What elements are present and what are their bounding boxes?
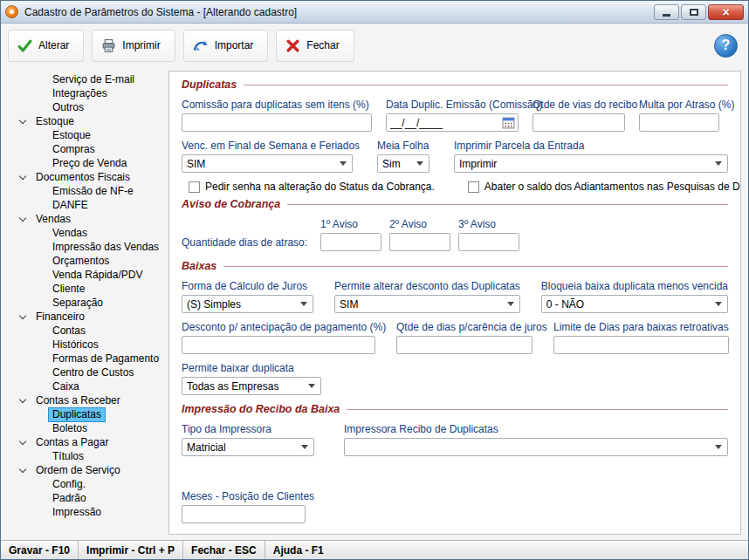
tree-item[interactable]: Emissão de NF-e [6,184,163,198]
chevron-down-icon[interactable] [19,465,26,472]
desconto-antecipacao-input[interactable] [182,336,375,354]
tree-item[interactable]: Contas [6,324,163,338]
forma-juros-dropdown[interactable]: (S) Simples [182,295,313,313]
status-bar: Gravar - F10 Imprimir - Ctrl + P Fechar … [1,540,748,559]
data-emissao-field: Data Duplic. Emissão (Comissão) [386,99,519,132]
red-x-icon [285,38,300,53]
calendar-icon[interactable] [500,115,516,130]
tree-item[interactable]: Integrações [6,86,163,100]
impressora-recibo-dropdown[interactable] [344,438,728,456]
venc-fds-label: Venc. em Final de Semana e Feriados [182,140,353,152]
chevron-down-icon [416,161,423,166]
tree-item[interactable]: Compras [6,142,163,156]
tree-item[interactable]: Contas a Pagar [6,435,163,449]
chevron-down-icon [507,302,514,306]
chevron-down-icon[interactable] [19,214,26,221]
pedir-senha-checkbox[interactable]: Pedir senha na alteração do Status da Co… [189,181,435,193]
imprimir-label: Imprimir [122,39,160,51]
tree-item-label: Históricos [48,338,103,352]
imprimir-parcela-dropdown[interactable]: Imprimir [454,154,728,173]
tree-item[interactable]: Contas a Receber [6,393,163,407]
chevron-down-icon[interactable] [19,395,26,402]
meia-folha-value: Sim [382,158,411,170]
tree-item[interactable]: Duplicatas [6,407,163,421]
tree-item[interactable]: Config. [6,477,163,491]
tree-item[interactable]: Formas de Pagamento [6,352,163,365]
tree-item[interactable]: Orçamentos [6,254,163,268]
venc-fds-dropdown[interactable]: SIM [182,154,353,173]
qtde-vias-input[interactable] [533,113,625,132]
meses-posicao-input[interactable] [182,505,306,523]
tree-item[interactable]: Impressão das Vendas [6,240,163,254]
tree-item[interactable]: Documentos Fiscais [6,170,163,184]
tree-item-label: Outros [48,100,88,115]
tree-item[interactable]: Vendas [6,226,163,240]
bloqueia-baixa-dropdown[interactable]: 0 - NÃO [541,295,728,313]
tree-item[interactable]: Outros [6,100,163,114]
permite-baixar-dropdown[interactable]: Todas as Empresas [182,377,321,395]
tree-item[interactable]: Serviço de E-mail [6,72,163,86]
aviso-row: Quantidade dias de atraso: 1º Aviso 2º A… [182,218,728,251]
chevron-down-icon[interactable] [19,311,26,318]
multa-atraso-input[interactable] [639,113,719,132]
permite-desconto-dropdown[interactable]: SIM [334,295,520,313]
window-title: Cadastro de Parâmetros do Sistema - [Alt… [24,6,654,18]
help-button[interactable]: ? [714,34,738,58]
desconto-antecipacao-field: Desconto p/ antecipação de pagamento (%) [182,321,375,354]
impressora-recibo-field: Impressora Recibo de Duplicatas [344,423,728,456]
comissao-input[interactable] [182,113,372,132]
tree-item[interactable]: Financeiro [6,310,163,324]
tree-item[interactable]: Impressão [6,505,163,519]
chevron-down-icon[interactable] [19,437,26,444]
app-icon [5,5,18,18]
multa-field: Multa por Atraso (%) [639,99,719,132]
content-area: Serviço de E-mailIntegraçõesOutrosEstoqu… [1,67,748,540]
aviso1-field: 1º Aviso [320,218,381,251]
imprimir-button[interactable]: Imprimir [92,30,175,62]
alterar-button[interactable]: Alterar [8,30,84,62]
tree: Serviço de E-mailIntegraçõesOutrosEstoqu… [6,71,163,535]
tree-item[interactable]: Históricos [6,338,163,352]
carencia-juros-input[interactable] [396,336,533,354]
tree-item[interactable]: Títulos [6,449,163,463]
abater-saldo-checkbox[interactable]: Abater o saldo dos Adiantamentos nas Pes… [468,181,741,193]
fechar-button[interactable]: Fechar [276,30,354,62]
tree-item[interactable]: Estoque [6,128,163,142]
aviso2-input[interactable] [389,233,450,251]
minimize-button[interactable] [654,4,679,20]
tree-item-label: Vendas [48,226,92,241]
tree-item[interactable]: Padrão [6,491,163,505]
chevron-down-icon[interactable] [19,116,26,123]
tree-item[interactable]: Venda Rápida/PDV [6,268,163,282]
aviso3-input[interactable] [458,233,519,251]
meia-folha-dropdown[interactable]: Sim [377,154,429,173]
tree-item-label: DANFE [48,198,93,213]
tree-item[interactable]: Ordem de Serviço [6,463,163,477]
tipo-impressora-dropdown[interactable]: Matricial [182,438,314,456]
tree-item[interactable]: DANFE [6,198,163,212]
tree-item[interactable]: Estoque [6,114,163,128]
tree-item[interactable]: Boletos [6,421,163,435]
tree-item[interactable]: Vendas [6,212,163,226]
data-emissao-input[interactable] [387,117,500,129]
tree-item[interactable]: Preço de Venda [6,156,163,170]
tree-item[interactable]: Caixa [6,379,163,393]
tree-item-label: Duplicatas [48,407,106,422]
tree-item-label: Orçamentos [48,254,113,269]
chevron-down-icon[interactable] [19,172,26,179]
spacer [182,464,728,490]
tree-item[interactable]: Separação [6,296,163,310]
tree-item-label: Vendas [31,212,75,227]
fechar-label: Fechar [306,39,339,51]
tree-item[interactable]: Cliente [6,282,163,296]
aviso1-input[interactable] [320,233,381,251]
importar-button[interactable]: Importar [183,30,269,62]
maximize-button[interactable] [681,4,706,20]
limite-dias-input[interactable] [553,336,729,354]
close-button[interactable]: × [708,4,744,20]
qtde-vias-label: Qtde de vias do recibo [533,99,625,111]
tree-item[interactable]: Centro de Custos [6,365,163,379]
forma-juros-value: (S) Simples [187,298,295,311]
chevron-down-icon [340,161,347,166]
baixas-row-1: Forma de Cálculo de Juros (S) Simples Pe… [182,280,728,313]
